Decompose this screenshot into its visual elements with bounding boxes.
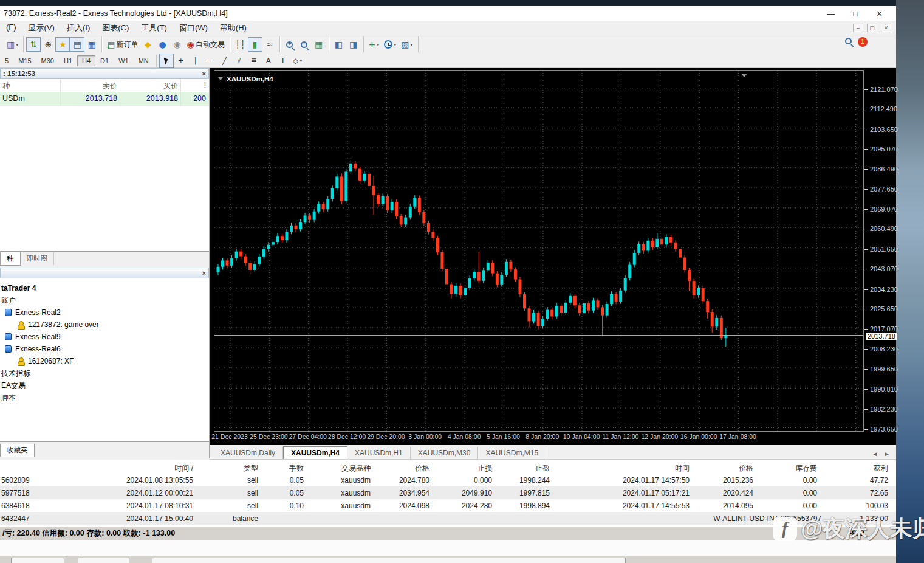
symbol-row[interactable]: USDm2013.7182013.918200 (0, 92, 209, 106)
tree-item[interactable]: 16120687: XF (0, 355, 209, 367)
market-watch-button[interactable]: ▤ (70, 37, 84, 52)
timeframe-h4[interactable]: H4 (77, 55, 95, 66)
child-restore-button[interactable]: ▢ (867, 24, 877, 32)
timeframe-m30[interactable]: M30 (36, 55, 59, 66)
add-indicator-button[interactable]: +▾ (366, 37, 382, 52)
templates-button[interactable]: ▨▾ (399, 37, 415, 52)
new-order-button[interactable]: ▤+新订单 (104, 37, 140, 52)
zoom-out-button[interactable]: − (297, 37, 312, 52)
tree-item[interactable]: 12173872: game over (0, 319, 209, 331)
column-header-0[interactable]: 种 (0, 79, 61, 92)
autotrading-button[interactable]: ◉自动交易 (184, 37, 227, 52)
chart-tab-bar: XAUUSDm,DailyXAUUSDm,H4XAUUSDm,H1XAUUSDm… (210, 445, 896, 460)
tree-item[interactable]: 技术指标 (0, 367, 209, 379)
tree-item[interactable]: 账户 (0, 294, 209, 306)
crosshair-mode-button[interactable]: ⊕ (41, 37, 55, 52)
chart-tab-m30[interactable]: XAUUSDm,M30 (411, 447, 479, 459)
market-watch-titlebar[interactable]: : 15:12:53 × (0, 68, 209, 79)
arrange-left-button[interactable]: ◧ (332, 37, 346, 52)
horizontal-line-tool[interactable]: — (203, 54, 217, 68)
indicators-button[interactable]: ◆ (140, 37, 155, 52)
bar-chart-type-button[interactable]: ┆┆ (233, 37, 248, 52)
news-button[interactable]: ◉ (169, 37, 184, 52)
periods-button[interactable]: ▾ (382, 37, 399, 52)
chart-tab-h1[interactable]: XAUUSDm,H1 (347, 447, 411, 459)
navigator-close-icon[interactable]: × (202, 269, 206, 277)
column-header-1[interactable]: 卖价 (61, 79, 120, 92)
chart-tab-m15[interactable]: XAUUSDm,M15 (478, 447, 546, 459)
trendline-tool[interactable]: ╱ (217, 54, 232, 68)
bottom-tab-fragment[interactable] (152, 558, 626, 563)
maximize-button[interactable]: □ (853, 9, 858, 18)
menubar: (F)显示(V)插入(I)图表(C)工具(T)窗口(W)帮助(H) –▢✕ (0, 21, 896, 35)
bottom-tab-fragment[interactable] (78, 558, 129, 563)
column-header-2[interactable]: 买价 (120, 79, 181, 92)
menu-item-1[interactable]: 显示(V) (22, 21, 61, 35)
tile-windows-button[interactable]: ▦ (312, 37, 326, 52)
timeframe-5[interactable]: 5 (0, 55, 13, 66)
window-controls: — □ ✕ (827, 9, 896, 18)
timeframe-d1[interactable]: D1 (95, 55, 114, 66)
column-header: 止盈 (453, 463, 550, 474)
minimize-button[interactable]: — (827, 9, 835, 18)
menu-item-6[interactable]: 帮助(H) (214, 21, 253, 35)
menu-item-5[interactable]: 窗口(W) (173, 21, 214, 35)
zoom-in-button[interactable]: + (282, 37, 297, 52)
tree-item[interactable]: Exness-Real2 (0, 306, 209, 319)
time-tick-label: 5 Jan 16:00 (487, 433, 520, 440)
timeframe-m15[interactable]: M15 (13, 55, 36, 66)
tree-item[interactable]: Exness-Real6 (0, 343, 209, 355)
market-watch-close-icon[interactable]: × (202, 70, 206, 77)
menu-item-3[interactable]: 图表(C) (96, 21, 135, 35)
titlebar: 73872: Exness-Real2 - Exness Technologie… (0, 6, 896, 21)
tree-item[interactable]: EA交易 (0, 379, 209, 392)
fibonacci-tool-icon: ≣ (251, 57, 257, 64)
vertical-line-tool[interactable]: | (188, 54, 203, 68)
fibonacci-tool[interactable]: ≣ (247, 54, 261, 68)
arrange-right-button[interactable]: ◨ (346, 37, 361, 52)
community-button[interactable]: ● (155, 37, 169, 52)
time-axis[interactable]: 21 Dec 202325 Dec 23:0027 Dec 04:0028 De… (214, 433, 864, 444)
tab-favorites[interactable]: 收藏夹 (0, 444, 35, 457)
chevron-down-icon[interactable] (218, 77, 223, 80)
column-header-3[interactable]: ! (181, 79, 208, 92)
price-axis[interactable]: 2121.0702112.4902103.6502095.0702086.490… (864, 70, 896, 432)
tree-item[interactable]: 脚本 (0, 392, 209, 404)
child-close-button[interactable]: ✕ (881, 24, 891, 32)
chart-shift-marker[interactable] (741, 74, 747, 77)
data-window-button[interactable]: ▦ (84, 37, 99, 52)
chart-tab-daily[interactable]: XAUUSDm,Daily (213, 447, 283, 459)
child-minimize-button[interactable]: – (853, 24, 863, 32)
bottom-tab-fragment[interactable] (11, 558, 64, 563)
menu-item-2[interactable]: 插入(I) (61, 21, 96, 35)
favorites-button[interactable]: ★ (55, 37, 70, 52)
candle-chart-type-button[interactable]: ▮ (248, 37, 262, 52)
menu-item-4[interactable]: 工具(T) (135, 21, 173, 35)
timeframe-w1[interactable]: W1 (114, 55, 134, 66)
scroll-left-icon[interactable]: ◄ (872, 451, 878, 457)
tree-item[interactable]: taTrader 4 (0, 282, 209, 294)
profiles-button[interactable]: ⇅ (26, 37, 41, 52)
menu-item-0[interactable]: (F) (0, 21, 22, 35)
navigator-titlebar[interactable]: × (0, 268, 209, 278)
timeframe-mn[interactable]: MN (134, 55, 154, 66)
shapes-tool[interactable]: ◇▾ (290, 54, 305, 68)
timeframe-h1[interactable]: H1 (59, 55, 77, 66)
candlestick-plot[interactable]: XAUUSDm,H4 (214, 70, 864, 432)
navigator-panel: × taTrader 4账户Exness-Real212173872: game… (0, 268, 210, 441)
chart-tab-h4[interactable]: XAUUSDm,H4 (283, 446, 347, 459)
close-button[interactable]: ✕ (876, 9, 883, 18)
crosshair-tool[interactable]: + (174, 54, 188, 68)
tab-即时图[interactable]: 即时图 (21, 252, 55, 265)
tree-item-label: taTrader 4 (1, 284, 36, 292)
cursor-tool[interactable] (159, 54, 174, 68)
text-tool[interactable]: A (261, 54, 276, 68)
new-chart-button[interactable]: ▥▾ (4, 37, 21, 52)
label-tool[interactable]: T (276, 54, 290, 68)
tree-item[interactable]: Exness-Real9 (0, 331, 209, 343)
channel-tool[interactable]: ⫽ (232, 54, 247, 68)
scroll-right-icon[interactable]: ► (884, 451, 890, 457)
search-icon[interactable] (845, 38, 852, 44)
line-chart-type-button[interactable]: ≈ (262, 37, 277, 52)
tab-种[interactable]: 种 (0, 252, 21, 266)
